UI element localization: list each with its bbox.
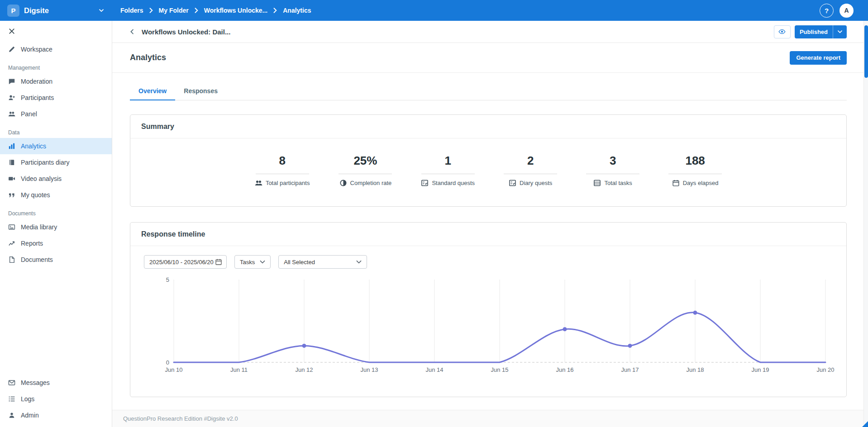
published-button[interactable]: Published [795,25,847,38]
sidebar-item-reports[interactable]: Reports [0,235,112,251]
video-camera-icon [8,175,15,182]
svg-text:Jun 10: Jun 10 [165,366,182,373]
type-filter-select[interactable]: Tasks [234,255,271,269]
sidebar-item-moderation[interactable]: Moderation [0,73,112,90]
chevron-down-icon[interactable] [833,25,847,38]
breadcrumb-analytics[interactable]: Analytics [283,7,311,14]
help-button[interactable]: ? [820,4,834,18]
timeline-chart: Jun 10Jun 11Jun 12Jun 13Jun 14Jun 15Jun … [141,274,835,376]
brand-name: Digsite [24,6,93,15]
topbar-actions: ? A [820,4,868,18]
stat-days-elapsed: 188 Days elapsed [668,154,722,187]
quest-check-icon [421,179,429,187]
chevron-right-icon [193,7,200,14]
sidebar-item-video-analysis[interactable]: Video analysis [0,171,112,187]
date-range-input[interactable]: 2025/06/10 - 2025/06/20 [144,255,227,269]
trending-up-icon [8,240,15,247]
completion-icon [339,179,347,187]
selection-filter-select[interactable]: All Selected [278,255,367,269]
summary-title: Summary [130,115,846,138]
sidebar-item-participants-diary[interactable]: Participants diary [0,154,112,171]
stat-label: Days elapsed [683,180,719,186]
stat-divider [339,174,392,174]
response-timeline-card: Response timeline 2025/06/10 - 2025/06/2… [130,222,847,397]
breadcrumb-folders[interactable]: Folders [120,7,143,14]
svg-text:Jun 15: Jun 15 [491,366,508,373]
list-icon [8,395,15,403]
sidebar-item-panel[interactable]: Panel [0,106,112,122]
sidebar-item-workspace[interactable]: Workspace [0,41,112,57]
sidebar-item-label: Participants diary [21,159,69,166]
stat-label: Completion rate [350,180,392,186]
stat-divider [668,174,722,174]
stat-total-participants: 8 Total participants [255,154,310,187]
pencil-icon [8,46,15,53]
breadcrumb-workflow[interactable]: Workflows Unlocke... [204,7,268,14]
sidebar-item-analytics[interactable]: Analytics [0,138,112,154]
scrollbar-thumb[interactable] [864,25,868,78]
svg-text:Jun 14: Jun 14 [425,366,443,373]
generate-report-button[interactable]: Generate report [790,51,847,65]
stat-total-tasks: 3 Total tasks [586,154,639,187]
close-icon[interactable] [8,28,15,35]
topbar: P Digsite Folders My Folder Workflows Un… [0,0,868,21]
stat-label: Total tasks [604,180,632,186]
sidebar-item-participants[interactable]: Participants [0,90,112,106]
tab-overview[interactable]: Overview [130,83,175,100]
chart-wrap: Jun 10Jun 11Jun 12Jun 13Jun 14Jun 15Jun … [130,270,846,397]
sidebar-item-logs[interactable]: Logs [0,391,112,407]
person-icon [8,412,15,419]
svg-text:Jun 11: Jun 11 [230,366,248,373]
bar-chart-icon [8,142,15,150]
svg-text:Jun 16: Jun 16 [556,366,573,373]
summary-stats: 8 Total participants 25% [130,138,846,206]
brand[interactable]: P Digsite [0,0,112,21]
tab-responses[interactable]: Responses [175,83,226,100]
published-label: Published [795,28,833,35]
selection-filter-value: All Selected [284,259,315,266]
sidebar-item-label: Video analysis [21,175,62,182]
people-icon [255,179,262,187]
chevron-right-icon [272,7,279,14]
chevron-down-icon [259,258,266,266]
resize-corner [862,421,868,427]
calendar-icon[interactable] [215,258,222,266]
chevron-right-icon [148,7,155,14]
chevron-down-icon [355,258,362,266]
timeline-controls: 2025/06/10 - 2025/06/20 Tasks All Select… [130,246,846,270]
workflow-title: Workflows Unlocked: Dail... [142,28,230,36]
chevron-down-icon[interactable] [98,7,105,14]
date-range-value: 2025/06/10 - 2025/06/20 [149,259,215,266]
scrollbar-track[interactable] [863,21,868,427]
svg-text:Jun 19: Jun 19 [751,366,769,373]
breadcrumb: Folders My Folder Workflows Unlocke... A… [112,7,311,14]
sidebar-item-label: Logs [21,395,34,403]
sidebar-section-management: Management [0,57,112,73]
stat-value: 1 [421,154,475,168]
preview-button[interactable] [774,25,791,38]
breadcrumb-my-folder[interactable]: My Folder [159,7,189,14]
sidebar-item-label: Moderation [21,78,52,85]
sidebar-item-documents[interactable]: Documents [0,251,112,268]
sidebar-item-admin[interactable]: Admin [0,407,112,423]
stat-value: 25% [339,154,392,168]
content-area: Summary 8 Total participants 25% [112,100,868,410]
sidebar-item-label: My quotes [21,191,50,199]
back-chevron-icon[interactable] [129,28,136,35]
stat-label: Standard quests [432,180,475,186]
stat-divider [504,174,557,174]
image-icon [8,223,15,231]
sidebar-item-label: Documents [21,256,53,263]
svg-text:Jun 13: Jun 13 [360,366,378,373]
document-icon [8,256,15,263]
response-timeline-title: Response timeline [130,223,846,246]
stat-diary-quests: 2 Diary quests [504,154,557,187]
stat-divider [256,174,309,174]
sidebar-item-label: Messages [21,379,50,386]
avatar[interactable]: A [839,4,854,18]
digsite-logo: P [7,5,19,17]
stat-value: 2 [504,154,557,168]
sidebar-item-messages[interactable]: Messages [0,375,112,391]
sidebar-item-media-library[interactable]: Media library [0,219,112,235]
sidebar-item-my-quotes[interactable]: My quotes [0,187,112,203]
